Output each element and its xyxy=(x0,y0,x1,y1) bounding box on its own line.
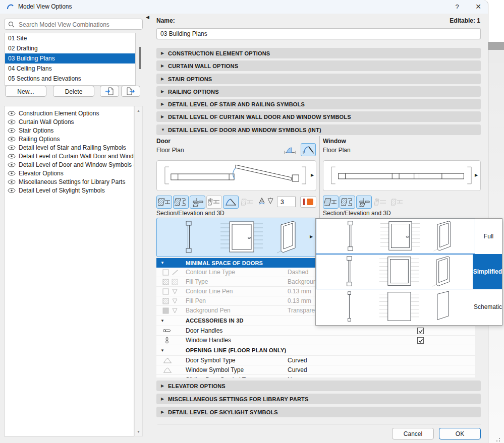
door-detail-btn-reveal[interactable] xyxy=(206,196,222,209)
window-handles-checkbox[interactable] xyxy=(417,337,424,344)
name-input[interactable] xyxy=(156,28,481,39)
window-detail-btn-sill[interactable] xyxy=(356,196,372,209)
door-plan-drawing xyxy=(160,162,310,190)
scroll-down-icon[interactable]: ▼ xyxy=(135,430,142,433)
background-toolbar-band xyxy=(487,42,504,50)
detail-option-schematic[interactable]: Schematic xyxy=(316,289,502,325)
chevron-right-icon: ▶ xyxy=(161,89,168,94)
table-row[interactable]: Window Handles xyxy=(156,336,475,345)
window-plan-drawing xyxy=(326,162,476,190)
new-button[interactable]: New... xyxy=(5,86,46,97)
table-row[interactable]: Door Handles xyxy=(156,326,475,336)
window-detail-btn-disabled xyxy=(389,196,405,209)
background-pen-icon xyxy=(162,306,179,315)
collapse-panel-icon[interactable]: ◀ xyxy=(146,15,149,20)
chevron-right-icon: ▶ xyxy=(161,51,168,55)
accordion-railing[interactable]: ▶RAILING OPTIONS xyxy=(156,86,481,97)
accordion-skylight[interactable]: ▶DETAIL LEVEL OF SKYLIGHT SYMBOLS xyxy=(156,407,481,417)
door-handles-checkbox[interactable] xyxy=(417,328,424,334)
accordion-construction-elements[interactable]: ▶CONSTRUCTION ELEMENT OPTIONS xyxy=(156,48,481,58)
door-detail-btn-jamb[interactable] xyxy=(173,196,189,209)
door-detail-btn-opening-line[interactable] xyxy=(223,196,239,209)
table-row[interactable]: Window Symbol Type Curved xyxy=(156,365,475,375)
door-detail-level-field[interactable]: ▶ xyxy=(156,218,316,257)
hatched-wall-opening-icon xyxy=(158,197,171,207)
scroll-up-icon[interactable]: ▲ xyxy=(135,109,142,112)
cancel-button[interactable]: Cancel xyxy=(392,428,434,439)
combination-item[interactable]: 01 Site xyxy=(5,33,135,43)
simplified-preview xyxy=(316,254,473,289)
accordion-stair[interactable]: ▶STAIR OPTIONS xyxy=(156,74,481,84)
detail-option-full[interactable]: Full xyxy=(316,219,502,254)
combination-item[interactable]: 04 Ceiling Plans xyxy=(5,64,135,74)
accordion-cw-door-window-symbols[interactable]: ▶DETAIL LEVEL OF CURTAIN WALL DOOR AND W… xyxy=(156,111,481,122)
option-row[interactable]: Detail Level of Curtain Wall Door and Wi… xyxy=(5,152,134,160)
search-icon xyxy=(8,21,15,29)
check-icon xyxy=(418,338,423,343)
accordion-door-window-symbols-expanded[interactable]: ▼DETAIL LEVEL OF DOOR AND WINDOW SYMBOLS… xyxy=(156,124,481,135)
table-row-clipped[interactable]: Sliding Door Symbol Type None xyxy=(156,375,475,377)
chevron-right-icon: ▶ xyxy=(161,64,168,68)
door-detail-preview-full xyxy=(161,220,312,255)
option-row[interactable]: Detail level of Stair and Railing Symbol… xyxy=(5,143,134,152)
accordion-stair-railing-symbols[interactable]: ▶DETAIL LEVEL OF STAIR AND RAILING SYMBO… xyxy=(156,99,481,109)
full-preview xyxy=(316,219,475,254)
expand-right-icon[interactable]: ▶ xyxy=(475,173,478,177)
door-floorplan-preview[interactable]: ▶ xyxy=(156,160,316,191)
close-icon[interactable]: ✕ xyxy=(468,0,488,14)
window-detail-btn-jamb[interactable] xyxy=(340,196,355,209)
door-symbol-toggle-projected[interactable] xyxy=(283,143,298,156)
accordion-elevator[interactable]: ▶ELEVATOR OPTIONS xyxy=(156,381,481,391)
open-door-arc-icon xyxy=(302,145,314,155)
combination-item[interactable]: 05 Sections and Elevations xyxy=(5,74,135,84)
door-section-label: Section/Elevation and 3D xyxy=(156,210,225,217)
door-floorplan-label: Floor Plan xyxy=(156,147,184,154)
hatched-jamb-bracket-icon xyxy=(341,197,354,207)
option-row[interactable]: Stair Options xyxy=(5,126,134,135)
export-icon xyxy=(126,90,135,97)
combinations-scrollbar[interactable] xyxy=(139,47,141,69)
import-button[interactable] xyxy=(100,86,119,97)
option-row[interactable]: Elevator Options xyxy=(5,169,134,177)
option-row[interactable]: Detail Level of Door and Window Symbols … xyxy=(5,160,134,169)
opening-arc-icon xyxy=(225,197,237,207)
option-label: Stair Options xyxy=(19,127,53,134)
help-button[interactable]: ? xyxy=(447,0,467,14)
chevron-down-icon: ▼ xyxy=(160,261,164,265)
expand-right-icon[interactable]: ▶ xyxy=(310,234,313,239)
pen-color-button[interactable] xyxy=(300,196,316,208)
option-row[interactable]: Miscellaneous Settings for Library Parts xyxy=(5,177,134,186)
accordion-misc-library[interactable]: ▶MISCELLANEOUS SETTINGS FOR LIBRARY PART… xyxy=(156,394,481,404)
door-detail-btn-wall-hatch[interactable] xyxy=(156,196,172,209)
editable-count: Editable: 1 xyxy=(450,17,480,24)
detail-option-simplified[interactable]: Simplified xyxy=(316,254,502,289)
option-label: Railing Options xyxy=(19,136,60,143)
combination-item-selected[interactable]: 03 Building Plans xyxy=(5,53,135,64)
delete-button[interactable]: Delete xyxy=(53,86,94,97)
eye-icon xyxy=(8,128,19,133)
search-input[interactable] xyxy=(18,20,141,30)
resize-grip[interactable] xyxy=(494,436,501,442)
combination-item[interactable]: 02 Drafting xyxy=(5,43,135,53)
options-scrollbar[interactable]: ▲ ▼ xyxy=(134,106,143,436)
pen-size-input[interactable] xyxy=(277,197,296,207)
door-detail-btn-threshold[interactable] xyxy=(190,196,205,209)
door-column-title: Door xyxy=(156,138,171,145)
window-floorplan-preview[interactable]: ▶ xyxy=(323,160,481,191)
schematic-preview xyxy=(316,289,474,325)
option-row[interactable]: Construction Element Options xyxy=(5,109,134,117)
door-symbol-toggle-open[interactable] xyxy=(301,143,316,156)
export-button[interactable] xyxy=(121,86,140,97)
chevron-right-icon: ▶ xyxy=(161,410,168,414)
option-row[interactable]: Railing Options xyxy=(5,135,134,143)
table-section-opening-line[interactable]: ▼ OPENING LINE (FLOOR PLAN ONLY) xyxy=(156,345,475,356)
reveal-arrow-icon xyxy=(208,197,220,207)
window-detail-btn-wall-hatch[interactable] xyxy=(323,196,339,209)
option-row[interactable]: Detail Level of Skylight Symbols xyxy=(5,186,134,195)
accordion-curtain-wall[interactable]: ▶CURTAIN WALL OPTIONS xyxy=(156,60,481,71)
option-row[interactable]: Curtain Wall Options xyxy=(5,117,134,126)
ok-button[interactable]: OK xyxy=(439,428,481,439)
table-row[interactable]: Door Symbol Type Curved xyxy=(156,356,475,365)
search-box[interactable] xyxy=(4,19,143,30)
expand-right-icon[interactable]: ▶ xyxy=(311,173,314,177)
